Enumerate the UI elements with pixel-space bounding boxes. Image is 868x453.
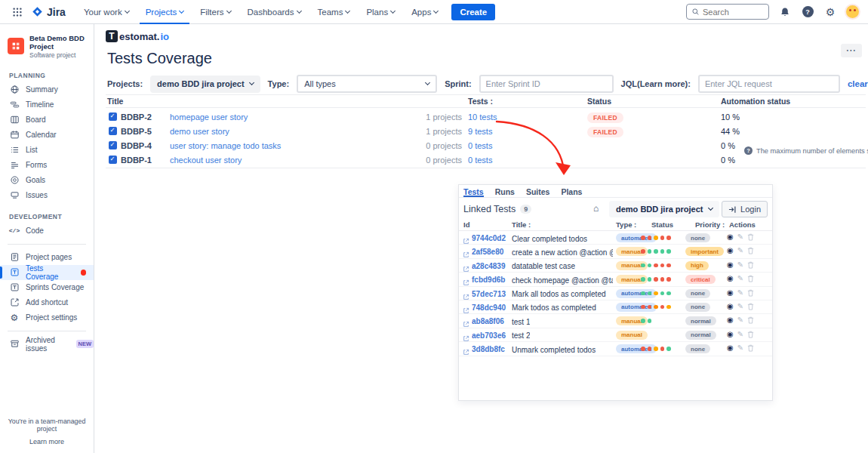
delete-trash-icon[interactable]: [747, 303, 754, 310]
search-input[interactable]: [703, 8, 756, 17]
row-checkbox[interactable]: [109, 127, 117, 135]
project-header[interactable]: Beta Demo BDD Project Software project: [0, 24, 94, 62]
nav-apps[interactable]: Apps: [405, 0, 444, 24]
test-id-link[interactable]: 3d8db8fc: [472, 345, 505, 353]
nav-filters[interactable]: Filters: [194, 0, 236, 24]
edit-pencil-icon[interactable]: ✎: [737, 344, 743, 352]
test-id-link[interactable]: aeb703e6: [472, 331, 506, 340]
test-id-link[interactable]: 748dc940: [472, 304, 506, 312]
delete-trash-icon[interactable]: [747, 275, 754, 282]
edit-pencil-icon[interactable]: ✎: [737, 261, 743, 269]
sidebar-item-issues[interactable]: Issues: [0, 188, 94, 203]
delete-trash-icon[interactable]: [747, 344, 754, 352]
sprint-input[interactable]: [479, 75, 614, 93]
settings-gear-icon[interactable]: ⚙: [823, 5, 837, 19]
user-avatar[interactable]: [846, 5, 859, 18]
jira-logo[interactable]: Jira: [32, 6, 66, 18]
projects-filter-dropdown[interactable]: demo BDD jira project: [150, 76, 260, 93]
external-link-icon[interactable]: [463, 345, 469, 359]
popup-project-dropdown[interactable]: demo BDD jira project: [609, 201, 719, 217]
learn-more-link[interactable]: Learn more: [0, 438, 94, 445]
sidebar-item-calendar[interactable]: Calendar: [0, 128, 94, 143]
tests-link[interactable]: 9 tests: [468, 127, 492, 136]
view-eye-icon[interactable]: ◉: [727, 303, 734, 310]
view-eye-icon[interactable]: ◉: [727, 233, 734, 241]
delete-trash-icon[interactable]: [747, 331, 754, 338]
view-eye-icon[interactable]: ◉: [727, 289, 734, 297]
type-filter-select[interactable]: All types: [297, 75, 437, 93]
row-checkbox[interactable]: [109, 141, 117, 149]
sidebar-item-code[interactable]: </> Code: [0, 223, 94, 239]
issue-key: BDBP-2: [121, 112, 152, 122]
delete-trash-icon[interactable]: [747, 261, 754, 269]
view-eye-icon[interactable]: ◉: [727, 316, 734, 324]
edit-pencil-icon[interactable]: ✎: [737, 316, 743, 324]
delete-trash-icon[interactable]: [747, 233, 754, 241]
test-id-link[interactable]: ab8a8f06: [472, 317, 504, 325]
sidebar-item-sprints-coverage[interactable]: Sprints Coverage: [0, 280, 94, 295]
clear-filters-link[interactable]: clear: [848, 79, 868, 88]
edit-pencil-icon[interactable]: ✎: [737, 233, 743, 241]
tab-tests[interactable]: Tests: [463, 187, 484, 197]
delete-trash-icon[interactable]: [747, 316, 754, 324]
sidebar-item-timeline[interactable]: Timeline: [0, 97, 94, 112]
view-eye-icon[interactable]: ◉: [727, 331, 734, 338]
tests-link[interactable]: 10 tests: [468, 112, 497, 122]
view-eye-icon[interactable]: ◉: [727, 275, 734, 282]
sidebar-item-forms[interactable]: Forms: [0, 158, 94, 173]
edit-pencil-icon[interactable]: ✎: [737, 247, 743, 254]
create-button[interactable]: Create: [451, 4, 495, 20]
automation-percent: 0 %: [721, 141, 735, 150]
view-eye-icon[interactable]: ◉: [727, 344, 734, 352]
nav-your-work[interactable]: Your work: [78, 0, 135, 24]
nav-plans[interactable]: Plans: [360, 0, 401, 24]
sidebar-item-goals[interactable]: Goals: [0, 173, 94, 188]
issue-summary-link[interactable]: user story: manage todo tasks: [170, 141, 281, 150]
home-icon[interactable]: ⌂: [593, 203, 599, 214]
tab-plans[interactable]: Plans: [561, 187, 582, 197]
sidebar-item-list[interactable]: List: [0, 143, 94, 158]
sidebar-item-board[interactable]: Board: [0, 112, 94, 128]
edit-pencil-icon[interactable]: ✎: [737, 275, 743, 282]
global-search[interactable]: [686, 4, 769, 20]
issue-summary-link[interactable]: checkout user story: [170, 156, 242, 165]
test-id-link[interactable]: a28c4839: [472, 262, 506, 270]
jql-input[interactable]: [698, 75, 840, 93]
row-checkbox[interactable]: [109, 156, 117, 164]
help-icon[interactable]: ?: [801, 5, 814, 19]
nav-projects[interactable]: Projects: [140, 0, 190, 24]
test-id-link[interactable]: fcbd9d6b: [472, 276, 505, 284]
page: Jira Your work Projects Filters Dashboar…: [0, 0, 868, 453]
tests-link[interactable]: 0 tests: [468, 156, 492, 165]
edit-pencil-icon[interactable]: ✎: [737, 303, 743, 310]
tests-link[interactable]: 0 tests: [468, 141, 492, 150]
test-id-link[interactable]: 57dec713: [472, 290, 506, 298]
issue-summary-link[interactable]: demo user story: [170, 127, 229, 136]
edit-pencil-icon[interactable]: ✎: [737, 331, 743, 338]
delete-trash-icon[interactable]: [747, 289, 754, 297]
nav-dashboards[interactable]: Dashboards: [242, 0, 307, 24]
type-filter-label: Type:: [268, 79, 290, 88]
tab-suites[interactable]: Suites: [526, 187, 550, 197]
issue-summary-link[interactable]: homepage user story: [170, 112, 248, 122]
sidebar-item-add-shortcut[interactable]: Add shortcut: [0, 295, 94, 310]
delete-trash-icon[interactable]: [747, 247, 754, 254]
test-id-link[interactable]: 9744c0d2: [472, 234, 506, 242]
sidebar-item-project-settings[interactable]: ⚙ Project settings: [0, 310, 94, 325]
app-switcher-icon[interactable]: [9, 4, 26, 20]
edit-pencil-icon[interactable]: ✎: [737, 289, 743, 297]
login-button[interactable]: Login: [722, 201, 768, 217]
view-eye-icon[interactable]: ◉: [727, 261, 734, 269]
tab-runs[interactable]: Runs: [495, 187, 515, 197]
status-dots: [641, 236, 671, 240]
row-checkbox[interactable]: [109, 112, 117, 121]
view-eye-icon[interactable]: ◉: [727, 247, 734, 254]
notifications-bell-icon[interactable]: [778, 5, 792, 19]
sidebar-item-summary[interactable]: Summary: [0, 82, 94, 97]
sidebar-item-project-pages[interactable]: Project pages: [0, 250, 94, 265]
test-id-link[interactable]: 2af58e80: [472, 248, 503, 256]
sidebar-item-archived-issues[interactable]: Archived issues NEW: [0, 337, 94, 352]
more-actions-button[interactable]: ⋯: [841, 44, 862, 57]
nav-teams[interactable]: Teams: [312, 0, 356, 24]
sidebar-item-tests-coverage[interactable]: Tests Coverage: [0, 265, 94, 280]
